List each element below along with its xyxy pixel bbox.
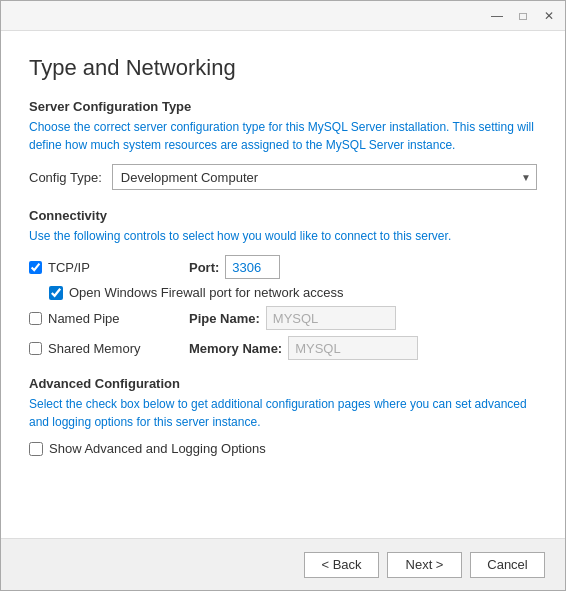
page-title: Type and Networking (29, 55, 537, 81)
named-pipe-check-group: Named Pipe (29, 311, 189, 326)
connectivity-section-title: Connectivity (29, 208, 537, 223)
pipe-name-label: Pipe Name: (189, 311, 260, 326)
show-advanced-row: Show Advanced and Logging Options (29, 441, 537, 456)
cancel-button[interactable]: Cancel (470, 552, 545, 578)
server-config-description: Choose the correct server configuration … (29, 118, 537, 154)
maximize-button[interactable]: □ (515, 9, 531, 23)
server-config-section-title: Server Configuration Type (29, 99, 537, 114)
config-type-label: Config Type: (29, 170, 102, 185)
tcpip-row: TCP/IP Port: (29, 255, 537, 279)
shared-memory-row: Shared Memory Memory Name: (29, 336, 537, 360)
named-pipe-label: Named Pipe (48, 311, 120, 326)
port-label: Port: (189, 260, 219, 275)
content-area: Type and Networking Server Configuration… (1, 31, 565, 538)
back-button[interactable]: < Back (304, 552, 379, 578)
shared-memory-check-group: Shared Memory (29, 341, 189, 356)
firewall-label: Open Windows Firewall port for network a… (69, 285, 344, 300)
show-advanced-checkbox[interactable] (29, 442, 43, 456)
advanced-section-title: Advanced Configuration (29, 376, 537, 391)
shared-memory-label: Shared Memory (48, 341, 140, 356)
tcpip-label: TCP/IP (48, 260, 90, 275)
advanced-description: Select the check box below to get additi… (29, 395, 537, 431)
port-input[interactable] (225, 255, 280, 279)
advanced-section: Advanced Configuration Select the check … (29, 376, 537, 456)
title-bar: — □ ✕ (1, 1, 565, 31)
config-type-select-wrapper: Development Computer Server Computer Ded… (112, 164, 537, 190)
tcpip-checkbox[interactable] (29, 261, 42, 274)
named-pipe-name-group: Pipe Name: (189, 306, 396, 330)
firewall-checkbox[interactable] (49, 286, 63, 300)
next-button[interactable]: Next > (387, 552, 462, 578)
named-pipe-row: Named Pipe Pipe Name: (29, 306, 537, 330)
memory-name-input[interactable] (288, 336, 418, 360)
memory-name-label: Memory Name: (189, 341, 282, 356)
shared-memory-name-group: Memory Name: (189, 336, 418, 360)
shared-memory-checkbox[interactable] (29, 342, 42, 355)
pipe-name-input[interactable] (266, 306, 396, 330)
config-type-select[interactable]: Development Computer Server Computer Ded… (112, 164, 537, 190)
show-advanced-label: Show Advanced and Logging Options (49, 441, 266, 456)
footer: < Back Next > Cancel (1, 538, 565, 590)
named-pipe-checkbox[interactable] (29, 312, 42, 325)
tcpip-check-group: TCP/IP (29, 260, 189, 275)
main-window: — □ ✕ Type and Networking Server Configu… (0, 0, 566, 591)
connectivity-description: Use the following controls to select how… (29, 227, 537, 245)
tcpip-port-group: Port: (189, 255, 280, 279)
minimize-button[interactable]: — (489, 9, 505, 23)
close-button[interactable]: ✕ (541, 9, 557, 23)
firewall-row: Open Windows Firewall port for network a… (49, 285, 537, 300)
connectivity-section: Connectivity Use the following controls … (29, 208, 537, 360)
config-type-row: Config Type: Development Computer Server… (29, 164, 537, 190)
